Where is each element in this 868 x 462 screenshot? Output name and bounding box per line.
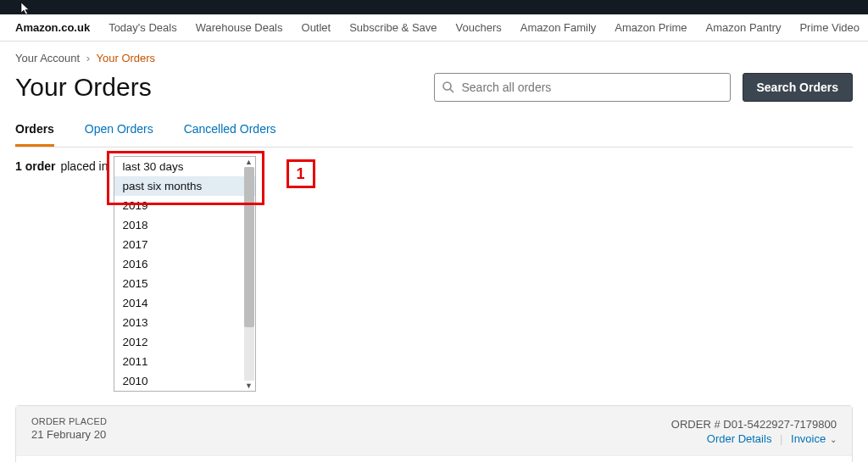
order-placed-label: ORDER PLACED <box>31 416 107 426</box>
tab-open-orders[interactable]: Open Orders <box>85 114 153 144</box>
filter-option[interactable]: 2018 <box>114 215 255 235</box>
placed-in-label: placed in <box>60 159 108 173</box>
scroll-track[interactable] <box>244 167 254 381</box>
dropdown-scrollbar[interactable]: ▲ ▼ <box>243 157 255 391</box>
nav-item[interactable]: Prime Video <box>799 21 860 34</box>
chevron-down-icon[interactable]: ▼ <box>245 381 253 391</box>
nav-item[interactable]: Warehouse Deals <box>196 21 283 34</box>
primary-navbar: Amazon.co.uk Today's Deals Warehouse Dea… <box>0 14 868 42</box>
brand[interactable]: Amazon.co.uk <box>15 21 90 34</box>
nav-item[interactable]: Subscribe & Save <box>349 21 437 34</box>
nav-item[interactable]: Amazon Prime <box>615 21 687 34</box>
svg-point-0 <box>443 82 451 90</box>
order-count: 1 order <box>15 159 55 173</box>
order-card-body: Pre-ordered Release day del nber 2019 Ta… <box>16 456 852 462</box>
order-card-header: ORDER PLACED 21 February 20 ORDER # D01-… <box>16 406 852 456</box>
order-details-link[interactable]: Order Details <box>707 432 772 445</box>
filter-option[interactable]: 2019 <box>114 196 255 215</box>
chevron-down-icon: ⌄ <box>827 435 837 444</box>
nav-item[interactable]: Amazon Family <box>520 21 597 34</box>
filter-option[interactable]: 2017 <box>114 235 255 254</box>
filter-option[interactable]: last 30 days <box>114 157 255 176</box>
filter-option[interactable]: 2013 <box>114 313 255 332</box>
order-tabs: Orders Open Orders Cancelled Orders <box>15 114 853 148</box>
svg-line-1 <box>450 89 453 92</box>
tab-orders[interactable]: Orders <box>15 114 54 147</box>
filter-option[interactable]: 2012 <box>114 332 255 352</box>
chevron-up-icon[interactable]: ▲ <box>245 157 253 167</box>
search-input-wrap[interactable] <box>434 73 731 102</box>
filter-option[interactable]: 2015 <box>114 274 255 293</box>
nav-item[interactable]: Today's Deals <box>108 21 177 34</box>
annotation-1-label: 1 <box>287 159 315 188</box>
order-placed-date: 21 February 20 <box>31 428 107 441</box>
filter-row: 1 order placed in last 30 days past six … <box>15 159 853 392</box>
page-title: Your Orders <box>15 73 152 102</box>
filter-option[interactable]: 2010 <box>114 371 255 391</box>
invoice-link[interactable]: Invoice ⌄ <box>791 432 837 445</box>
breadcrumb: Your Account › Your Orders <box>15 52 853 64</box>
order-number: ORDER # D01-5422927-7179800 <box>671 418 837 431</box>
breadcrumb-current: Your Orders <box>97 52 156 64</box>
nav-item[interactable]: Outlet <box>302 21 331 34</box>
scroll-thumb[interactable] <box>244 167 254 327</box>
filter-option[interactable]: 2011 <box>114 352 255 371</box>
search-input[interactable] <box>455 81 723 94</box>
separator: | <box>780 432 782 445</box>
chevron-right-icon: › <box>86 52 90 64</box>
filter-option[interactable]: 2016 <box>114 254 255 274</box>
time-filter-dropdown[interactable]: last 30 days past six months 2019 2018 2… <box>114 156 256 392</box>
filter-option[interactable]: 2014 <box>114 293 255 313</box>
nav-item[interactable]: Vouchers <box>456 21 502 34</box>
search-orders-button[interactable]: Search Orders <box>743 73 854 102</box>
order-card: ORDER PLACED 21 February 20 ORDER # D01-… <box>15 405 853 462</box>
filter-option[interactable]: past six months <box>114 176 255 196</box>
search-icon <box>442 81 455 94</box>
top-dark-bar <box>0 0 868 14</box>
breadcrumb-account[interactable]: Your Account <box>15 52 80 64</box>
nav-item[interactable]: Amazon Pantry <box>706 21 782 34</box>
tab-cancelled-orders[interactable]: Cancelled Orders <box>184 114 276 144</box>
